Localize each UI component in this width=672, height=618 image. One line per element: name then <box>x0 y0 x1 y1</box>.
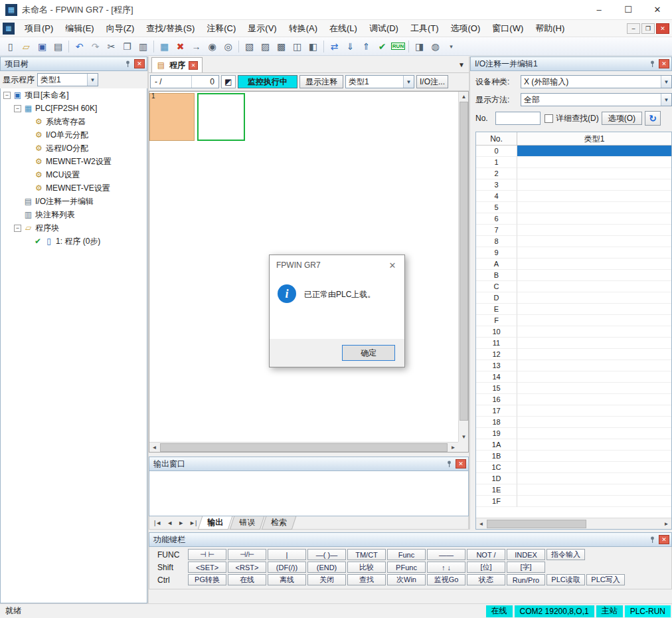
funckey-button[interactable]: PLC写入 <box>586 574 625 585</box>
table-row[interactable]: 18 <box>476 417 671 428</box>
menu-item[interactable]: 在线(L) <box>323 20 363 37</box>
comment-cell[interactable] <box>517 168 671 179</box>
funckey-button[interactable]: —— <box>427 549 465 560</box>
comment-cell[interactable] <box>517 304 671 315</box>
scroll-right-icon[interactable]: ► <box>448 443 458 453</box>
menu-item[interactable]: 编辑(E) <box>59 20 100 37</box>
table-row[interactable]: 1D <box>476 473 671 484</box>
comment-cell[interactable] <box>517 247 671 258</box>
menu-item[interactable]: 查找/替换(S) <box>140 20 201 37</box>
funckey-button[interactable]: 监视Go <box>427 574 465 585</box>
paste-icon[interactable]: ▥ <box>135 39 151 54</box>
table-row[interactable]: 8 <box>476 236 671 247</box>
comment-cell[interactable] <box>517 349 671 360</box>
funckey-button[interactable]: 比较 <box>347 562 386 573</box>
comment-cell[interactable] <box>517 270 671 281</box>
table-row[interactable]: 10 <box>476 326 671 338</box>
collapse-icon[interactable]: − <box>3 92 11 99</box>
table-row[interactable]: E <box>476 304 671 315</box>
close-icon[interactable]: ✕ <box>456 459 466 468</box>
comment-cell[interactable] <box>517 326 671 338</box>
plc-write-icon[interactable]: ⇑ <box>359 39 374 54</box>
tree-item-remote-io-alloc[interactable]: ⚙ 远程I/O分配 <box>1 142 147 155</box>
funckey-button[interactable]: Run/Pro <box>507 574 545 585</box>
tab-list-dropdown-icon[interactable]: ▼ <box>458 61 465 68</box>
comment-cell[interactable] <box>517 258 671 270</box>
comment-cell[interactable] <box>517 292 671 304</box>
tree-item-io-comment-edit[interactable]: ▤ I/O注释一并编辑 <box>1 195 147 208</box>
vertical-scrollbar[interactable]: ▲ ▼ <box>458 92 468 442</box>
comment-cell[interactable] <box>517 405 671 417</box>
funckey-button[interactable]: ↑ ↓ <box>427 562 465 573</box>
funckey-button[interactable]: [位] <box>467 562 505 573</box>
find-next-icon[interactable]: ◎ <box>220 39 236 54</box>
options-button[interactable]: 选项(O) <box>602 112 642 125</box>
io-comment-edit-icon[interactable]: ▦ <box>157 39 172 54</box>
tree-item-mewnet-ve[interactable]: ⚙ MEWNET-VE设置 <box>1 181 147 195</box>
io-comment-button[interactable]: I/O注... <box>416 75 448 88</box>
table-row[interactable]: 19 <box>476 428 671 439</box>
table-row[interactable]: 2 <box>476 168 671 179</box>
redo-icon[interactable]: ↷ <box>88 39 103 54</box>
horizontal-scrollbar[interactable]: ◄ ► <box>149 442 458 452</box>
collapse-icon[interactable]: − <box>14 225 21 232</box>
table-row[interactable]: 12 <box>476 349 671 360</box>
menu-item[interactable]: 项目(P) <box>19 20 59 37</box>
comment-cell[interactable] <box>517 417 671 428</box>
online-edit-icon[interactable]: ⇄ <box>327 39 342 54</box>
scrollbar-thumb[interactable] <box>460 102 468 421</box>
pin-icon[interactable] <box>123 59 132 68</box>
ladder-selected-cell[interactable] <box>149 93 195 141</box>
column-header-no[interactable]: No. <box>476 132 517 145</box>
funckey-button[interactable]: Func <box>387 549 426 560</box>
tree-item-project[interactable]: − ▣ 项目[未命名] <box>1 88 147 102</box>
funckey-button[interactable]: ⊣/⊢ <box>228 549 266 560</box>
table-row[interactable]: D <box>476 292 671 304</box>
tree-item-io-unit-alloc[interactable]: ⚙ I/O单元分配 <box>1 128 147 142</box>
comment-cell[interactable] <box>517 383 671 394</box>
funckey-button[interactable]: (END) <box>307 562 346 573</box>
no-input[interactable] <box>495 112 541 125</box>
time-chart-icon[interactable]: ◫ <box>290 39 305 54</box>
funckey-button[interactable]: PLC读取 <box>546 574 585 585</box>
comment-cell[interactable] <box>517 315 671 326</box>
tree-item-program-blocks[interactable]: − ▱ 程序块 <box>1 221 147 235</box>
comment-cell[interactable] <box>517 179 671 191</box>
comment-type-select[interactable]: 类型1 ▼ <box>345 75 414 88</box>
table-row[interactable]: 13 <box>476 360 671 371</box>
funckey-button[interactable]: <RST> <box>228 562 266 573</box>
comment-cell[interactable] <box>517 146 671 157</box>
funckey-button[interactable]: ⊣ ⊢ <box>188 549 226 560</box>
tree-item-system-registers[interactable]: ⚙ 系统寄存器 <box>1 115 147 128</box>
funckey-button[interactable]: | <box>268 549 306 560</box>
table-row[interactable]: 1C <box>476 462 671 473</box>
tab-close-icon[interactable]: ✕ <box>189 61 198 70</box>
tab-errors[interactable]: 错误 <box>230 516 264 530</box>
table-row[interactable]: 9 <box>476 247 671 258</box>
comment-cell[interactable] <box>517 451 671 462</box>
funckey-button[interactable]: [字] <box>507 562 545 573</box>
program-type-select[interactable]: 类型1 ▼ <box>37 73 98 86</box>
monitor-running-button[interactable]: 监控执行中 <box>238 75 297 88</box>
table-row[interactable]: 0 <box>476 146 671 157</box>
comment-cell[interactable] <box>517 338 671 349</box>
pin-icon[interactable] <box>647 535 657 544</box>
menu-item[interactable]: 调试(D) <box>363 20 404 37</box>
register-list-icon[interactable]: ▨ <box>258 39 273 54</box>
collapse-icon[interactable]: − <box>14 105 21 112</box>
pin-icon[interactable] <box>647 59 657 68</box>
table-row[interactable]: F <box>476 315 671 326</box>
comment-cell[interactable] <box>517 428 671 439</box>
funckey-button[interactable]: INDEX <box>507 549 545 560</box>
comment-cell[interactable] <box>517 439 671 451</box>
funckey-button[interactable]: —( )— <box>307 549 346 560</box>
funckey-button[interactable]: 离线 <box>268 574 306 585</box>
delete-comment-icon[interactable]: ✖ <box>173 39 188 54</box>
comment-cell[interactable] <box>517 394 671 405</box>
child-minimize-button[interactable]: – <box>627 23 640 34</box>
display-method-select[interactable]: 全部 ▼ <box>521 93 672 106</box>
comment-cell[interactable] <box>517 484 671 496</box>
detail-search-checkbox[interactable] <box>545 114 553 123</box>
copy-icon[interactable]: ❐ <box>120 39 135 54</box>
menu-item[interactable]: 向导(Z) <box>100 20 141 37</box>
